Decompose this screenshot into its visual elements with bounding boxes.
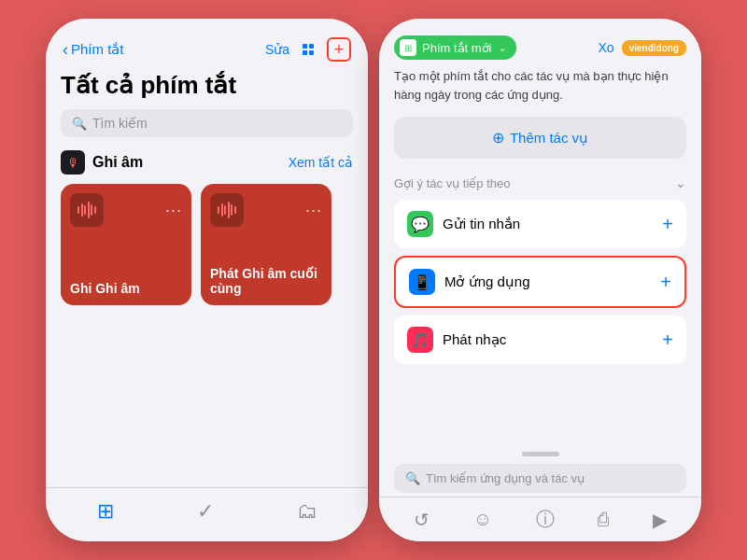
back-chevron-icon: ‹ (63, 40, 68, 60)
app-icon-voice-memo: 🎙 (61, 150, 85, 175)
right-bottom-nav: ↺ ☺ ⓘ ⎙ ▶ (379, 497, 701, 541)
suggestion-icon-1: 📱 (409, 269, 435, 295)
shortcut-chip-icon: ⊞ (400, 39, 416, 56)
tab-gallery[interactable]: 🗂 (297, 499, 317, 524)
search-icon: 🔍 (72, 117, 87, 131)
waveform-icon-0 (78, 202, 96, 218)
add-action-button[interactable]: ⊕ Thêm tác vụ (394, 117, 686, 159)
music-icon: 🎵 (411, 331, 430, 349)
suggestion-name-1: Mở ứng dụng (444, 273, 530, 290)
suggestion-left-0: 💬 Gửi tin nhắn (407, 211, 520, 237)
suggestion-add-1[interactable]: + (660, 272, 671, 293)
app-open-icon: 📱 (413, 273, 431, 291)
suggestion-icon-0: 💬 (407, 211, 433, 237)
plus-icon: + (334, 41, 345, 58)
scroll-indicator (522, 452, 559, 456)
left-nav-bar: ‹ Phím tắt Sửa + (46, 32, 368, 65)
add-shortcut-button[interactable]: + (327, 37, 351, 62)
shortcut-card-1[interactable]: ··· Phát Ghi âm cuối cùng (201, 184, 331, 305)
shortcut-card-0[interactable]: ··· Ghi Ghi âm (61, 184, 191, 305)
tab-shortcuts[interactable]: ⊞ (97, 499, 114, 524)
suggestion-name-0: Gửi tin nhắn (443, 216, 520, 232)
suggestion-name-2: Phát nhạc (443, 331, 506, 348)
cancel-button[interactable]: Xo (599, 40, 614, 55)
play-icon[interactable]: ▶ (653, 509, 667, 531)
search-bar[interactable]: 🔍 Tìm kiếm (61, 109, 353, 137)
waveform-icon-1 (218, 202, 236, 218)
card-label-1: Phát Ghi âm cuối cùng (210, 266, 322, 296)
left-phone: ‹ Phím tắt Sửa + (46, 19, 368, 541)
see-all-link[interactable]: Xem tất cả (289, 155, 353, 170)
share-icon[interactable]: ⎙ (598, 509, 609, 530)
section-title: Ghi âm (92, 154, 143, 171)
plus-circle-icon: ⊕ (492, 129, 504, 147)
search-icon-bottom: 🔍 (405, 471, 420, 485)
brand-label: viendidong (629, 43, 679, 53)
card-top-0: ··· (70, 193, 182, 227)
automation-tab-icon: ✓ (197, 499, 214, 524)
add-action-label: Thêm tác vụ (510, 130, 588, 147)
brand-badge: viendidong (622, 40, 686, 56)
status-bar-left (46, 19, 368, 32)
edit-button[interactable]: Sửa (265, 42, 289, 57)
chip-label: Phím tắt mới (422, 41, 492, 55)
suggestion-item-0[interactable]: 💬 Gửi tin nhắn + (394, 200, 686, 248)
message-icon: 💬 (411, 216, 430, 233)
card-icon-0 (70, 193, 104, 227)
right-phone: ⊞ Phím tắt mới ⌄ Xo viendidong Tạo một p… (379, 19, 701, 541)
grid-view-icon[interactable] (303, 44, 314, 55)
description-text: Tạo một phím tắt cho các tác vụ mà bạn t… (394, 67, 686, 104)
search-bar-bottom[interactable]: 🔍 Tìm kiếm ứng dụng và tác vụ (394, 464, 686, 493)
collapse-button[interactable]: ⌄ (675, 175, 686, 190)
card-top-1: ··· (210, 193, 322, 227)
card-menu-1[interactable]: ··· (305, 201, 322, 220)
status-bar-right (379, 19, 701, 32)
info-icon[interactable]: ⓘ (536, 507, 555, 532)
clock-icon[interactable]: ↺ (414, 509, 430, 531)
nav-actions: Sửa + (265, 37, 351, 62)
shortcut-cards-container: ··· Ghi Ghi âm (61, 184, 353, 305)
suggestion-item-2[interactable]: 🎵 Phát nhạc + (394, 315, 686, 364)
tab-automation[interactable]: ✓ (197, 499, 214, 524)
suggestion-item-1[interactable]: 📱 Mở ứng dụng + (394, 256, 686, 308)
search-placeholder: Tìm kiếm (92, 116, 148, 131)
card-icon-1 (210, 193, 244, 227)
voice-memo-icon: 🎙 (67, 156, 79, 170)
emoji-icon[interactable]: ☺ (473, 509, 492, 530)
card-menu-0[interactable]: ··· (165, 201, 182, 220)
suggestion-left-2: 🎵 Phát nhạc (407, 327, 506, 353)
search-placeholder-bottom: Tìm kiếm ứng dụng và tác vụ (426, 471, 585, 485)
back-button[interactable]: ‹ Phím tắt (63, 40, 124, 60)
back-label: Phím tắt (71, 41, 124, 58)
section-title-row: 🎙 Ghi âm (61, 150, 143, 175)
chip-chevron-icon: ⌄ (498, 41, 507, 54)
left-content: Tất cả phím tắt 🔍 Tìm kiếm 🎙 Ghi âm Xem … (46, 65, 368, 487)
card-label-0: Ghi Ghi âm (70, 281, 182, 296)
page-title: Tất cả phím tắt (61, 71, 353, 100)
suggestion-icon-2: 🎵 (407, 327, 433, 353)
shortcuts-mini-icon: ⊞ (404, 43, 412, 53)
suggestions-title: Gợi ý tác vụ tiếp theo (394, 176, 510, 190)
right-content: Tạo một phím tắt cho các tác vụ mà bạn t… (379, 63, 701, 497)
shortcut-chip[interactable]: ⊞ Phím tắt mới ⌄ (394, 35, 516, 60)
suggestion-add-2[interactable]: + (662, 329, 673, 351)
right-nav-actions: Xo viendidong (599, 40, 686, 56)
shortcuts-tab-icon: ⊞ (97, 499, 114, 524)
gallery-tab-icon: 🗂 (297, 499, 317, 524)
right-nav-bar: ⊞ Phím tắt mới ⌄ Xo viendidong (379, 32, 701, 63)
suggestion-left-1: 📱 Mở ứng dụng (409, 269, 530, 295)
section-header: 🎙 Ghi âm Xem tất cả (61, 150, 353, 175)
suggestion-add-0[interactable]: + (662, 214, 673, 235)
left-bottom-nav: ⊞ ✓ 🗂 (46, 487, 368, 541)
suggestions-header: Gợi ý tác vụ tiếp theo ⌄ (394, 175, 686, 190)
